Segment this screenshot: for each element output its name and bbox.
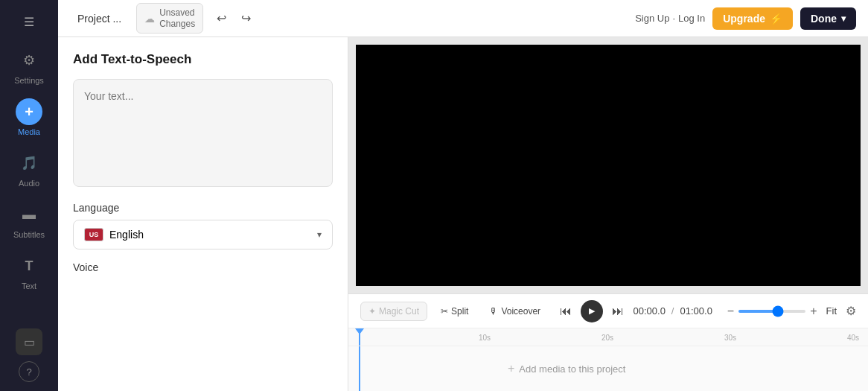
separator: ·: [672, 13, 675, 24]
zoom-slider[interactable]: [738, 310, 805, 313]
audio-icon-wrapper: 🎵: [16, 150, 42, 177]
timeline-ruler: 10s 20s 30s 40s 50s 1m: [348, 328, 868, 346]
us-flag: US: [84, 228, 103, 241]
fit-button[interactable]: Fit: [822, 302, 841, 320]
playhead[interactable]: [359, 328, 360, 346]
auth-links: Sign Up · Log In: [635, 13, 705, 24]
sidebar-item-media[interactable]: + Media: [5, 92, 53, 142]
ruler-mark-40s: 40s: [847, 333, 859, 341]
ruler-mark-20s: 20s: [601, 333, 613, 341]
redo-button[interactable]: ↪: [235, 7, 257, 30]
ruler-mark-10s: 10s: [479, 333, 491, 341]
undo-redo-group: ↩ ↪: [211, 7, 257, 30]
sign-up-link[interactable]: Sign Up: [635, 13, 669, 24]
audio-label: Audio: [19, 179, 39, 188]
text-label: Text: [22, 282, 36, 290]
subtitles-icon-wrapper: ▬: [16, 201, 42, 228]
upgrade-button[interactable]: Upgrade ⚡: [712, 7, 793, 30]
project-name[interactable]: Project ...: [70, 8, 129, 29]
magic-cut-label: Magic Cut: [379, 306, 419, 317]
text-icon-wrapper: T: [16, 252, 42, 279]
settings-label: Settings: [14, 76, 44, 85]
timeline-settings-button[interactable]: ⚙: [846, 304, 856, 318]
timeline-controls: ✦ Magic Cut ✂ Split 🎙 Voiceover ⏮ ▶ ⏭ 00…: [348, 294, 868, 328]
upgrade-icon: ⚡: [770, 13, 782, 25]
unsaved-badge: ☁ UnsavedChanges: [136, 3, 203, 34]
add-media-plus-icon: +: [508, 362, 514, 375]
voiceover-icon: 🎙: [489, 306, 498, 317]
language-value: English: [109, 229, 144, 241]
zoom-out-button[interactable]: −: [727, 305, 734, 318]
upgrade-label: Upgrade: [723, 13, 765, 25]
done-label: Done: [811, 13, 837, 25]
video-preview: [356, 45, 861, 286]
voiceover-button[interactable]: 🎙 Voiceover: [482, 302, 548, 320]
left-panel: Add Text-to-Speech Language US English ▾…: [58, 37, 348, 391]
magic-cut-button[interactable]: ✦ Magic Cut: [360, 302, 427, 321]
add-media-area[interactable]: + Add media to this project: [508, 362, 625, 375]
rewind-button[interactable]: ⏮: [557, 302, 575, 321]
voiceover-label: Voiceover: [501, 306, 540, 317]
sidebar-item-audio[interactable]: 🎵 Audio: [5, 144, 53, 194]
media-icon-wrapper: +: [16, 98, 42, 125]
play-button[interactable]: ▶: [581, 300, 603, 322]
text-input[interactable]: [73, 79, 333, 187]
unsaved-text: UnsavedChanges: [159, 7, 195, 29]
main-area: ✦ Magic Cut ✂ Split 🎙 Voiceover ⏮ ▶ ⏭ 00…: [348, 37, 868, 391]
settings-icon-wrapper: ⚙: [16, 47, 42, 74]
timeline-track: + Add media to this project: [348, 346, 868, 391]
voice-label: Voice: [73, 261, 333, 273]
help-icon[interactable]: ?: [19, 361, 39, 382]
media-label: Media: [18, 127, 40, 136]
log-in-link[interactable]: Log In: [678, 13, 705, 24]
menu-icon[interactable]: ☰: [0, 9, 58, 35]
zoom-in-button[interactable]: +: [810, 305, 817, 318]
undo-button[interactable]: ↩: [211, 7, 232, 30]
total-time: 01:00.0: [680, 305, 712, 317]
sidebar-unknown-icon[interactable]: ▭: [16, 328, 42, 355]
sidebar: ☰ ⚙ Settings + Media 🎵 Audio ▬ Subtitles…: [0, 0, 58, 391]
fast-forward-button[interactable]: ⏭: [609, 302, 627, 321]
magic-cut-icon: ✦: [368, 306, 376, 317]
current-time: 00:00.0: [633, 305, 665, 317]
panel-title: Add Text-to-Speech: [73, 52, 333, 67]
sidebar-item-text[interactable]: T Text: [5, 247, 53, 296]
playhead-track-line: [359, 346, 360, 391]
split-icon: ✂: [441, 306, 448, 317]
language-select[interactable]: US English ▾: [73, 220, 333, 249]
sidebar-item-subtitles[interactable]: ▬ Subtitles: [5, 195, 53, 245]
ruler-mark-30s: 30s: [724, 333, 736, 341]
add-media-label: Add media to this project: [519, 363, 625, 375]
language-label: Language: [73, 202, 333, 214]
done-button[interactable]: Done ▾: [800, 7, 856, 30]
split-button[interactable]: ✂ Split: [433, 302, 476, 320]
timeline-section: ✦ Magic Cut ✂ Split 🎙 Voiceover ⏮ ▶ ⏭ 00…: [348, 293, 868, 391]
time-separator: /: [671, 305, 674, 317]
done-icon: ▾: [841, 13, 846, 24]
subtitles-label: Subtitles: [13, 230, 45, 239]
cloud-icon: ☁: [144, 13, 155, 25]
select-arrow-icon: ▾: [317, 229, 322, 240]
playhead-triangle: [355, 328, 364, 334]
sidebar-item-settings[interactable]: ⚙ Settings: [5, 41, 53, 91]
split-label: Split: [451, 306, 468, 317]
